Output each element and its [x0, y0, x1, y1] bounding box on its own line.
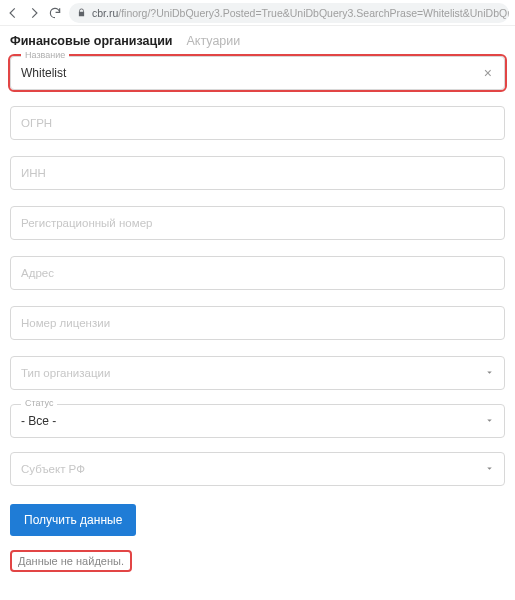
chevron-down-icon	[485, 414, 494, 428]
address-placeholder: Адрес	[21, 267, 494, 279]
field-row-region: Субъект РФ	[10, 452, 505, 486]
page-content: Финансовые организации Актуарии Название…	[0, 26, 515, 572]
submit-button[interactable]: Получить данные	[10, 504, 136, 536]
inn-field[interactable]: ИНН	[10, 156, 505, 190]
name-label: Название	[21, 50, 69, 60]
orgtype-select[interactable]: Тип организации	[10, 356, 505, 390]
field-row-regnum: Регистрационный номер	[10, 206, 505, 240]
license-placeholder: Номер лицензии	[21, 317, 494, 329]
field-row-license: Номер лицензии	[10, 306, 505, 340]
name-field[interactable]: Название Whitelist ×	[10, 56, 505, 90]
field-row-inn: ИНН	[10, 156, 505, 190]
tabs: Финансовые организации Актуарии	[10, 30, 505, 56]
region-placeholder: Субъект РФ	[21, 463, 485, 475]
license-field[interactable]: Номер лицензии	[10, 306, 505, 340]
regnum-field[interactable]: Регистрационный номер	[10, 206, 505, 240]
field-row-ogrn: ОГРН	[10, 106, 505, 140]
address-field[interactable]: Адрес	[10, 256, 505, 290]
status-select[interactable]: Статус - Все -	[10, 404, 505, 438]
region-select[interactable]: Субъект РФ	[10, 452, 505, 486]
back-icon[interactable]	[6, 6, 20, 20]
clear-icon[interactable]: ×	[482, 65, 494, 81]
chevron-down-icon	[485, 462, 494, 476]
regnum-placeholder: Регистрационный номер	[21, 217, 494, 229]
lock-icon	[77, 7, 86, 19]
name-value: Whitelist	[21, 66, 482, 80]
ogrn-field[interactable]: ОГРН	[10, 106, 505, 140]
ogrn-placeholder: ОГРН	[21, 117, 494, 129]
reload-icon[interactable]	[48, 6, 62, 20]
address-bar[interactable]: cbr.ru/finorg/?UniDbQuery3.Posted=True&U…	[69, 3, 509, 23]
field-row-orgtype: Тип организации	[10, 356, 505, 390]
chevron-down-icon	[485, 366, 494, 380]
field-row-address: Адрес	[10, 256, 505, 290]
result-message-wrap: Данные не найдены.	[10, 550, 505, 572]
tab-actuaries[interactable]: Актуарии	[187, 34, 241, 48]
orgtype-placeholder: Тип организации	[21, 367, 485, 379]
url-text: cbr.ru/finorg/?UniDbQuery3.Posted=True&U…	[92, 7, 509, 19]
status-label: Статус	[21, 398, 57, 408]
field-row-status: Статус - Все -	[10, 404, 505, 438]
result-message: Данные не найдены.	[10, 550, 132, 572]
tab-finorg[interactable]: Финансовые организации	[10, 34, 173, 48]
field-row-name: Название Whitelist ×	[10, 56, 505, 90]
forward-icon[interactable]	[27, 6, 41, 20]
browser-toolbar: cbr.ru/finorg/?UniDbQuery3.Posted=True&U…	[0, 0, 515, 26]
inn-placeholder: ИНН	[21, 167, 494, 179]
status-value: - Все -	[21, 414, 485, 428]
